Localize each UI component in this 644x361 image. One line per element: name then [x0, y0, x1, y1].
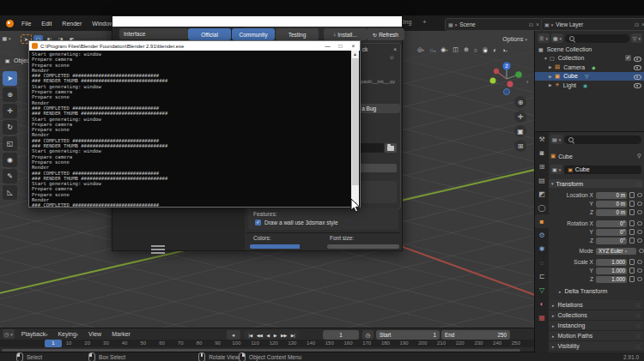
- lock-icon[interactable]: [629, 276, 635, 282]
- transport-button[interactable]: ▶|: [291, 333, 295, 338]
- delta-transform-section[interactable]: Delta Transform: [549, 286, 643, 296]
- preferences-sidebar-item[interactable]: Interface: [119, 28, 189, 39]
- console-output[interactable]: Start generating: windowPrepare cameraPr…: [29, 51, 360, 207]
- panel-grip-icon[interactable]: ∷: [636, 343, 640, 349]
- expand-icon[interactable]: ▶: [549, 74, 555, 79]
- animate-dot-icon[interactable]: [637, 202, 642, 207]
- lock-icon[interactable]: [629, 259, 635, 265]
- folder-browse-icon[interactable]: [385, 143, 397, 153]
- transport-button[interactable]: ◀◀: [257, 333, 263, 338]
- outliner-filter-icon[interactable]: ▽: [631, 33, 642, 43]
- object-mode-dropdown[interactable]: ▣ Object: [3, 57, 31, 64]
- value-field[interactable]: 0 m: [596, 201, 627, 208]
- outliner-filter-collection-icon[interactable]: ▦: [551, 33, 563, 43]
- timeline-ruler[interactable]: 1 10203040506070809010011012013014015016…: [0, 340, 534, 347]
- scene-icon[interactable]: ▦: [448, 21, 457, 27]
- properties-search-input[interactable]: [564, 135, 641, 144]
- shading-wireframe-icon[interactable]: ○: [474, 47, 477, 53]
- eye-icon[interactable]: [634, 81, 641, 88]
- animate-dot-icon[interactable]: [637, 193, 642, 198]
- tab-tool[interactable]: ⚒: [535, 132, 549, 146]
- collection-checkbox[interactable]: ✓: [625, 55, 631, 61]
- properties-editor-icon[interactable]: ▤: [550, 135, 562, 144]
- close-icon[interactable]: ×: [393, 46, 397, 52]
- preferences-titlebar[interactable]: [112, 16, 402, 27]
- outliner-item-cube[interactable]: ▶ ▣ Cube ▽: [535, 72, 644, 81]
- scene-selector[interactable]: ▦ Scene ⊡ ×: [445, 18, 543, 31]
- value-field[interactable]: 0°: [596, 238, 627, 244]
- tab-output[interactable]: ⊞: [535, 159, 549, 173]
- add-workspace-button[interactable]: +: [422, 18, 427, 26]
- transport-button[interactable]: ▶: [274, 333, 276, 338]
- tab-object-data[interactable]: ▽: [535, 283, 549, 297]
- animate-dot-icon[interactable]: [637, 221, 642, 226]
- addon-filter-tab[interactable]: Community: [232, 28, 275, 40]
- editor-type-selector[interactable]: ▦: [2, 34, 13, 42]
- animate-dot-icon[interactable]: [637, 238, 642, 244]
- value-field[interactable]: 0 m: [596, 192, 627, 199]
- tab-constraints[interactable]: ⊏: [535, 269, 549, 283]
- property-section-header[interactable]: Motion Paths∷: [549, 331, 643, 341]
- eye-icon[interactable]: [634, 73, 641, 80]
- timeline-editor-type-icon[interactable]: ◷: [3, 329, 15, 339]
- transport-button[interactable]: ▶▶: [281, 333, 287, 338]
- camera-view-button[interactable]: ▣: [514, 125, 526, 137]
- lock-icon[interactable]: [629, 268, 635, 274]
- outliner-item-camera[interactable]: ▶ ▤ Camera ◆: [535, 63, 644, 72]
- animate-dot-icon[interactable]: [639, 249, 644, 254]
- value-field[interactable]: 0°: [596, 220, 627, 227]
- tool-select-box[interactable]: ➤: [3, 71, 17, 86]
- addon-filter-tab[interactable]: Testing: [276, 28, 319, 40]
- expand-icon[interactable]: ▶: [549, 82, 555, 87]
- snapping-icon[interactable]: ∩▾: [429, 47, 435, 53]
- colors-slider[interactable]: [250, 244, 300, 249]
- console-window[interactable]: C:\Program Files\Blender Foundation\Blen…: [28, 40, 361, 208]
- animate-dot-icon[interactable]: [637, 277, 642, 282]
- install-addon-button[interactable]: ↓ Install...: [324, 28, 367, 40]
- animate-dot-icon[interactable]: [637, 260, 642, 265]
- tab-scene[interactable]: ◩: [535, 187, 549, 201]
- options-button[interactable]: Options: [502, 36, 527, 42]
- blender-logo-icon[interactable]: [6, 20, 14, 27]
- tab-world[interactable]: ◯: [535, 201, 549, 214]
- topbar-menu[interactable]: File: [21, 21, 31, 27]
- outliner-collection-row[interactable]: ▼ ▢ Collection ✓: [535, 54, 644, 63]
- zoom-button[interactable]: ⊕: [514, 96, 526, 108]
- font-size-slider[interactable]: [327, 244, 399, 249]
- tool-annotate[interactable]: ✎: [3, 169, 17, 184]
- transport-button[interactable]: ◀: [266, 333, 269, 338]
- close-icon[interactable]: ×: [536, 21, 539, 27]
- console-titlebar[interactable]: C:\Program Files\Blender Foundation\Blen…: [29, 41, 360, 51]
- lock-icon[interactable]: [629, 229, 635, 235]
- tool-transform[interactable]: ◉: [3, 153, 17, 167]
- lock-icon[interactable]: [629, 238, 635, 244]
- timeline-menu[interactable]: Playback▾: [21, 331, 48, 337]
- value-field[interactable]: 1.000: [596, 276, 627, 283]
- tab-material[interactable]: ◐: [535, 297, 549, 310]
- topbar-menu[interactable]: Window: [92, 21, 113, 27]
- tab-render[interactable]: ◙: [535, 146, 549, 159]
- value-field[interactable]: 0°: [596, 229, 627, 236]
- topbar-menu[interactable]: Edit: [41, 21, 52, 27]
- sidebar-toggle-icon[interactable]: ‹: [526, 79, 528, 85]
- end-frame-field[interactable]: End250: [441, 330, 510, 340]
- tab-physics[interactable]: ◌: [535, 256, 549, 269]
- property-section-header[interactable]: Visibility∷: [549, 341, 643, 352]
- close-icon[interactable]: ×: [347, 41, 360, 51]
- outliner-item-light[interactable]: ▶ ☀ Light ◉: [535, 81, 644, 90]
- current-frame-field[interactable]: 1: [323, 330, 359, 340]
- overlays-icon[interactable]: ◫: [453, 46, 459, 53]
- scroll-up-icon[interactable]: ▲: [351, 51, 359, 57]
- panel-grip-icon[interactable]: ∷: [636, 333, 640, 339]
- new-layer-icon[interactable]: ⊡: [635, 21, 639, 27]
- shading-rendered-icon[interactable]: ◑▾: [502, 47, 507, 53]
- tab-particles[interactable]: ✱: [535, 242, 549, 256]
- lock-icon[interactable]: [629, 220, 635, 226]
- perspective-toggle-button[interactable]: ⊞: [514, 140, 526, 152]
- shading-solid-icon[interactable]: ●: [483, 47, 488, 53]
- value-field[interactable]: 1.000: [596, 268, 627, 274]
- tool-measure[interactable]: ◺: [3, 185, 17, 200]
- outliner-scene-collection-row[interactable]: ▦ Scene Collection: [535, 45, 644, 54]
- value-field[interactable]: 0 m: [596, 209, 627, 216]
- timeline-menu[interactable]: Keying▾: [58, 331, 78, 337]
